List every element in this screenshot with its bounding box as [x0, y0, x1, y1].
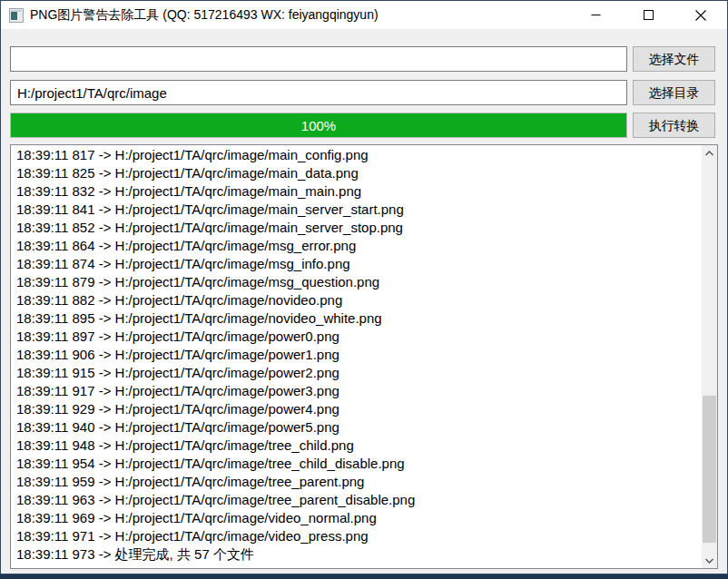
window-controls: [569, 1, 727, 29]
log-entry[interactable]: 18:39:11 929 -> H:/project1/TA/qrc/image…: [16, 400, 702, 418]
titlebar[interactable]: PNG图片警告去除工具 (QQ: 517216493 WX: feiyangqi…: [1, 1, 727, 29]
select-file-button[interactable]: 选择文件: [633, 46, 715, 72]
close-button[interactable]: [674, 1, 727, 29]
directory-path-input[interactable]: [10, 80, 627, 105]
chevron-up-icon: [705, 151, 713, 156]
log-entry[interactable]: 18:39:11 915 -> H:/project1/TA/qrc/image…: [16, 364, 702, 382]
log-entry[interactable]: 18:39:11 895 -> H:/project1/TA/qrc/image…: [16, 309, 702, 328]
log-entry[interactable]: 18:39:11 882 -> H:/project1/TA/qrc/image…: [16, 291, 702, 309]
chevron-down-icon: [705, 558, 713, 564]
log-entry[interactable]: 18:39:11 841 -> H:/project1/TA/qrc/image…: [16, 201, 702, 219]
log-entry[interactable]: 18:39:11 879 -> H:/project1/TA/qrc/image…: [16, 273, 702, 291]
app-window: PNG图片警告去除工具 (QQ: 517216493 WX: feiyangqi…: [0, 0, 728, 574]
log-box: 18:39:11 817 -> H:/project1/TA/qrc/image…: [10, 144, 718, 569]
log-entry[interactable]: 18:39:11 832 -> H:/project1/TA/qrc/image…: [16, 182, 702, 201]
log-entry[interactable]: 18:39:11 940 -> H:/project1/TA/qrc/image…: [16, 418, 702, 437]
log-entry[interactable]: 18:39:11 963 -> H:/project1/TA/qrc/image…: [16, 491, 702, 509]
file-path-input[interactable]: [10, 46, 627, 72]
log-entry[interactable]: 18:39:11 852 -> H:/project1/TA/qrc/image…: [16, 219, 702, 237]
log-entry[interactable]: 18:39:11 825 -> H:/project1/TA/qrc/image…: [16, 164, 702, 182]
select-directory-button[interactable]: 选择目录: [633, 80, 715, 105]
log-entry[interactable]: 18:39:11 874 -> H:/project1/TA/qrc/image…: [16, 255, 702, 273]
app-icon: [9, 8, 24, 23]
log-entry[interactable]: 18:39:11 948 -> H:/project1/TA/qrc/image…: [16, 437, 702, 455]
scroll-up-button[interactable]: [702, 145, 717, 161]
log-entry[interactable]: 18:39:11 917 -> H:/project1/TA/qrc/image…: [16, 382, 702, 400]
log-list: 18:39:11 817 -> H:/project1/TA/qrc/image…: [11, 145, 702, 568]
log-entry[interactable]: 18:39:11 954 -> H:/project1/TA/qrc/image…: [16, 455, 702, 473]
convert-button[interactable]: 执行转换: [633, 113, 715, 138]
log-entry[interactable]: 18:39:11 864 -> H:/project1/TA/qrc/image…: [16, 237, 702, 255]
log-entry[interactable]: 18:39:11 973 -> 处理完成, 共 57 个文件: [16, 545, 702, 564]
vertical-scrollbar[interactable]: [702, 145, 717, 568]
close-icon: [695, 10, 706, 21]
progress-bar: 100%: [10, 113, 627, 138]
log-entry[interactable]: 18:39:11 817 -> H:/project1/TA/qrc/image…: [16, 146, 702, 164]
minimize-button[interactable]: [569, 1, 622, 29]
log-entry[interactable]: 18:39:11 959 -> H:/project1/TA/qrc/image…: [16, 473, 702, 491]
log-entry[interactable]: 18:39:11 897 -> H:/project1/TA/qrc/image…: [16, 328, 702, 346]
log-entry[interactable]: 18:39:11 971 -> H:/project1/TA/qrc/image…: [16, 527, 702, 545]
scrollbar-thumb[interactable]: [703, 396, 716, 543]
minimize-icon: [591, 10, 601, 20]
maximize-button[interactable]: [622, 1, 674, 29]
window-title: PNG图片警告去除工具 (QQ: 517216493 WX: feiyangqi…: [30, 7, 379, 24]
scroll-down-button[interactable]: [702, 553, 717, 568]
log-entry[interactable]: 18:39:11 969 -> H:/project1/TA/qrc/image…: [16, 509, 702, 527]
log-entry[interactable]: 18:39:11 906 -> H:/project1/TA/qrc/image…: [16, 346, 702, 364]
maximize-icon: [644, 10, 654, 20]
progress-label: 100%: [11, 113, 626, 137]
